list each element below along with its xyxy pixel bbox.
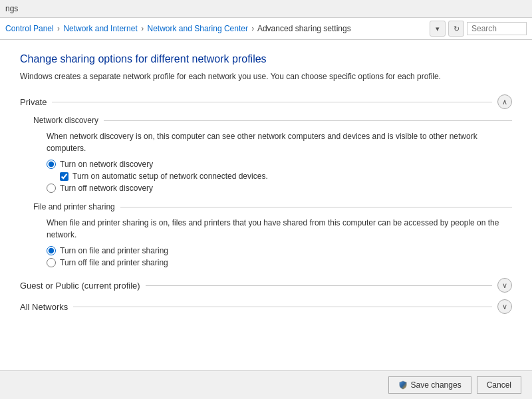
breadcrumb-sep2: › — [141, 24, 144, 33]
save-button[interactable]: Save changes — [388, 376, 471, 394]
private-label: Private — [20, 97, 52, 107]
file-printer-label: File and printer sharing — [33, 202, 120, 211]
private-collapse-btn[interactable]: ∧ — [497, 94, 512, 109]
all-networks-label: All Networks — [20, 302, 73, 312]
search-input[interactable] — [467, 22, 527, 35]
page-description: Windows creates a separate network profi… — [20, 70, 512, 82]
file-printer-content: When file and printer sharing is on, fil… — [33, 217, 512, 267]
breadcrumb-sep3: › — [251, 24, 254, 33]
breadcrumb-control-panel[interactable]: Control Panel — [5, 24, 54, 33]
turn-on-sharing-option[interactable]: Turn on file and printer sharing — [47, 246, 512, 255]
main-content: Change sharing options for different net… — [0, 40, 532, 379]
turn-off-discovery-radio[interactable] — [47, 184, 56, 193]
turn-on-sharing-label: Turn on file and printer sharing — [60, 246, 168, 255]
turn-on-discovery-option[interactable]: Turn on network discovery — [47, 160, 512, 169]
file-printer-options: Turn on file and printer sharing Turn of… — [47, 246, 512, 267]
turn-off-sharing-option[interactable]: Turn off file and printer sharing — [47, 258, 512, 267]
save-label: Save changes — [411, 380, 462, 390]
turn-off-discovery-option[interactable]: Turn off network discovery — [47, 184, 512, 193]
network-discovery-header: Network discovery — [33, 116, 512, 125]
file-printer-desc: When file and printer sharing is on, fil… — [47, 217, 512, 241]
turn-on-sharing-radio[interactable] — [47, 246, 56, 255]
title-text: ngs — [5, 4, 18, 13]
auto-setup-checkbox[interactable] — [60, 172, 68, 181]
turn-off-sharing-radio[interactable] — [47, 258, 56, 267]
breadcrumb-sep1: › — [57, 24, 60, 33]
auto-setup-label: Turn on automatic setup of network conne… — [72, 172, 268, 181]
all-networks-collapse-btn[interactable]: ∨ — [497, 299, 512, 314]
page-title: Change sharing options for different net… — [20, 53, 512, 65]
network-discovery-label: Network discovery — [33, 116, 104, 125]
refresh-btn[interactable]: ↻ — [448, 21, 464, 37]
breadcrumb-current: Advanced sharing settings — [257, 24, 351, 33]
turn-on-discovery-label: Turn on network discovery — [60, 160, 153, 169]
guest-public-section-header: Guest or Public (current profile) ∨ — [20, 278, 512, 293]
network-discovery-divider — [104, 120, 512, 121]
dropdown-btn[interactable]: ▾ — [430, 21, 446, 37]
turn-off-discovery-label: Turn off network discovery — [60, 184, 153, 193]
breadcrumb-network-sharing[interactable]: Network and Sharing Center — [148, 24, 248, 33]
private-section-header: Private ∧ — [20, 94, 512, 109]
title-bar: ngs — [0, 0, 532, 18]
all-networks-section-header: All Networks ∨ — [20, 299, 512, 314]
network-discovery-content: When network discovery is on, this compu… — [33, 130, 512, 193]
auto-setup-option[interactable]: Turn on automatic setup of network conne… — [60, 172, 512, 181]
guest-public-divider — [146, 285, 492, 286]
turn-on-discovery-radio[interactable] — [47, 160, 56, 169]
guest-public-collapse-btn[interactable]: ∨ — [497, 278, 512, 293]
turn-off-sharing-label: Turn off file and printer sharing — [60, 258, 168, 267]
network-discovery-desc: When network discovery is on, this compu… — [47, 130, 512, 154]
file-printer-header: File and printer sharing — [33, 202, 512, 211]
breadcrumb-network-internet[interactable]: Network and Internet — [63, 24, 137, 33]
cancel-button[interactable]: Cancel — [477, 376, 521, 394]
network-discovery-options: Turn on network discovery Turn on automa… — [47, 160, 512, 193]
private-section-content: Network discovery When network discovery… — [20, 116, 512, 267]
shield-icon — [398, 380, 408, 390]
file-printer-divider — [120, 207, 512, 207]
all-networks-divider — [73, 307, 492, 307]
guest-public-label: Guest or Public (current profile) — [20, 281, 146, 291]
breadcrumb: Control Panel › Network and Internet › N… — [5, 24, 427, 33]
private-divider — [52, 102, 492, 102]
footer: Save changes Cancel — [0, 370, 532, 399]
cancel-label: Cancel — [487, 380, 511, 390]
address-bar: Control Panel › Network and Internet › N… — [0, 18, 532, 40]
